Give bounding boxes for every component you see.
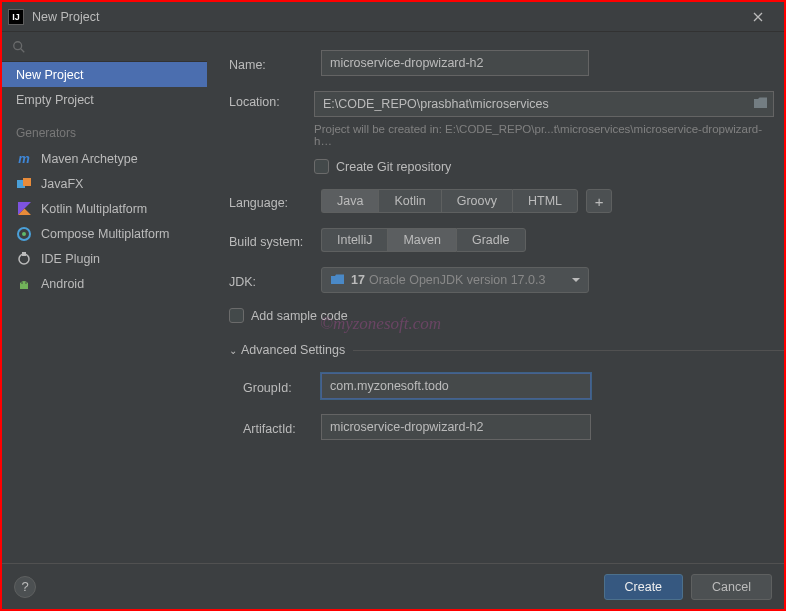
chevron-down-icon: ⌄ [229,345,237,356]
jdk-label: JDK: [229,271,321,289]
android-icon [16,276,32,292]
build-label: Build system: [229,231,321,249]
titlebar: IJ New Project [2,2,784,32]
name-input[interactable] [321,50,589,76]
sidebar-item-android[interactable]: Android [2,271,207,296]
search-row[interactable] [2,32,207,62]
compose-icon [16,226,32,242]
cancel-button[interactable]: Cancel [691,574,772,600]
build-gradle[interactable]: Gradle [456,228,526,252]
close-icon [753,12,763,22]
browse-folder-icon[interactable] [753,96,768,112]
sidebar-item-empty-project[interactable]: Empty Project [2,87,207,112]
sidebar-item-compose-multiplatform[interactable]: Compose Multiplatform [2,221,207,246]
svg-point-0 [14,41,22,49]
sample-code-row[interactable]: Add sample code [229,308,774,323]
divider [353,350,784,351]
create-button[interactable]: Create [604,574,684,600]
svg-point-11 [25,282,27,284]
jdk-combo[interactable]: 17 Oracle OpenJDK version 17.0.3 [321,267,589,293]
window-title: New Project [32,10,99,24]
maven-icon: m [16,151,32,167]
build-group: IntelliJ Maven Gradle [321,228,526,252]
sidebar-item-javafx[interactable]: JavaFX [2,171,207,196]
sidebar: New Project Empty Project Generators m M… [2,32,207,563]
language-kotlin[interactable]: Kotlin [378,189,440,213]
sidebar-item-label: Compose Multiplatform [41,227,170,241]
plugin-icon [16,251,32,267]
location-input[interactable] [314,91,774,117]
svg-rect-9 [22,252,26,256]
sidebar-item-label: Android [41,277,84,291]
search-icon [12,40,26,54]
close-button[interactable] [738,3,778,31]
sidebar-item-ide-plugin[interactable]: IDE Plugin [2,246,207,271]
advanced-settings-label: Advanced Settings [241,343,345,357]
jdk-folder-icon [330,273,345,288]
add-language-button[interactable]: + [586,189,612,213]
git-checkbox-row[interactable]: Create Git repository [314,159,774,174]
sidebar-item-label: JavaFX [41,177,83,191]
svg-point-7 [22,232,26,236]
help-button[interactable]: ? [14,576,36,598]
sample-code-checkbox[interactable] [229,308,244,323]
sample-code-label: Add sample code [251,309,348,323]
javafx-icon [16,176,32,192]
location-label: Location: [229,91,314,109]
language-label: Language: [229,192,321,210]
git-label: Create Git repository [336,160,451,174]
svg-point-10 [21,282,23,284]
name-label: Name: [229,54,321,72]
footer: ? Create Cancel [2,563,784,609]
group-id-label: GroupId: [243,377,321,395]
language-groovy[interactable]: Groovy [441,189,512,213]
sidebar-item-label: IDE Plugin [41,252,100,266]
sidebar-item-label: Empty Project [16,93,94,107]
build-intellij[interactable]: IntelliJ [321,228,387,252]
kotlin-icon [16,201,32,217]
git-checkbox[interactable] [314,159,329,174]
jdk-desc: Oracle OpenJDK version 17.0.3 [369,273,545,287]
sidebar-item-label: Kotlin Multiplatform [41,202,147,216]
build-maven[interactable]: Maven [387,228,456,252]
sidebar-item-kotlin-multiplatform[interactable]: Kotlin Multiplatform [2,196,207,221]
svg-rect-3 [23,178,31,186]
generators-header: Generators [2,112,207,146]
artifact-id-input[interactable] [321,414,591,440]
language-group: Java Kotlin Groovy HTML [321,189,578,213]
sidebar-item-maven-archetype[interactable]: m Maven Archetype [2,146,207,171]
chevron-down-icon [572,278,580,282]
advanced-settings-toggle[interactable]: ⌄ Advanced Settings [229,343,784,357]
artifact-id-label: ArtifactId: [243,418,321,436]
jdk-version: 17 [351,273,365,287]
sidebar-item-new-project[interactable]: New Project [2,62,207,87]
group-id-input[interactable] [321,373,591,399]
main-panel: Name: Location: Project will be created … [207,32,784,563]
sidebar-item-label: New Project [16,68,83,82]
svg-line-1 [21,48,25,52]
language-html[interactable]: HTML [512,189,578,213]
app-icon: IJ [8,9,24,25]
sidebar-item-label: Maven Archetype [41,152,138,166]
location-hint: Project will be created in: E:\CODE_REPO… [314,123,774,147]
language-java[interactable]: Java [321,189,378,213]
